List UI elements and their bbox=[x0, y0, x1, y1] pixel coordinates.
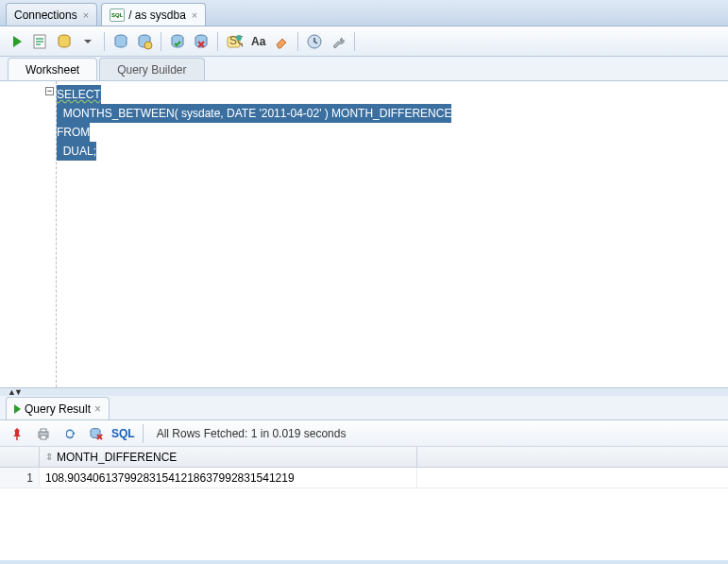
code-keyword: FROM bbox=[57, 126, 90, 139]
sort-icon: ⇕ bbox=[45, 452, 53, 462]
tab-label: Query Builder bbox=[117, 63, 186, 77]
panel-splitter[interactable]: ▲▼ bbox=[0, 388, 728, 396]
explain-plan-button[interactable] bbox=[110, 30, 132, 53]
rollback-button[interactable] bbox=[190, 30, 212, 53]
tab-label: Worksheet bbox=[25, 63, 79, 77]
table-row[interactable]: 1 108.9034061379928315412186379928315412… bbox=[0, 468, 728, 488]
result-toolbar: SQL All Rows Fetched: 1 in 0.019 seconds bbox=[0, 420, 728, 447]
svg-point-9 bbox=[236, 35, 242, 41]
autotrace-button[interactable] bbox=[53, 30, 76, 53]
chevron-down-icon bbox=[84, 38, 92, 45]
code-keyword: SELECT bbox=[57, 88, 101, 101]
code-text: MONTHS_BETWEEN( sysdate, DATE '2011-04-0… bbox=[57, 107, 451, 120]
tab-query-builder[interactable]: Query Builder bbox=[99, 58, 204, 80]
db-trace-icon bbox=[56, 33, 73, 50]
result-tabs-bar: Query Result × bbox=[0, 396, 728, 420]
unshared-worksheet-button[interactable]: SQL bbox=[223, 30, 245, 53]
sql-editor[interactable]: − SELECT MONTHS_BETWEEN( sysdate, DATE '… bbox=[0, 81, 728, 388]
refresh-icon bbox=[62, 426, 77, 441]
row-number: 1 bbox=[0, 468, 40, 487]
toolbar-separator bbox=[217, 32, 218, 51]
column-name: MONTH_DIFFERENCE bbox=[57, 451, 177, 464]
run-script-button[interactable] bbox=[29, 30, 52, 53]
column-header[interactable]: ⇕ MONTH_DIFFERENCE bbox=[40, 447, 417, 467]
worksheet-tabs: Worksheet Query Builder bbox=[0, 57, 728, 81]
play-icon bbox=[13, 36, 22, 47]
db-auto-icon bbox=[136, 33, 153, 50]
script-icon bbox=[32, 33, 49, 50]
svg-text:Aa: Aa bbox=[251, 35, 266, 48]
tab-label: / as sysdba bbox=[128, 9, 186, 22]
main-toolbar: SQL Aa bbox=[0, 26, 728, 57]
clear-button[interactable] bbox=[270, 30, 293, 53]
autotrace-db-button[interactable] bbox=[133, 30, 156, 53]
tab-label: Connections bbox=[14, 9, 77, 22]
toolbar-separator bbox=[161, 32, 161, 51]
cancel-button[interactable] bbox=[85, 422, 108, 445]
wrench-icon bbox=[330, 33, 347, 50]
sql-new-icon: SQL bbox=[226, 33, 243, 50]
editor-gutter: − bbox=[0, 81, 57, 387]
tab-worksheet[interactable]: Worksheet bbox=[8, 58, 97, 80]
file-tabs-bar: Connections × SQL / as sysdba × bbox=[0, 0, 728, 26]
fetch-status: All Rows Fetched: 1 in 0.019 seconds bbox=[157, 427, 347, 440]
text-case-icon: Aa bbox=[249, 33, 266, 50]
eraser-icon bbox=[273, 33, 290, 50]
sql-file-icon: SQL bbox=[110, 9, 125, 22]
clock-icon bbox=[306, 33, 323, 50]
cell-value[interactable]: 108.903406137992831541218637992831541219 bbox=[40, 468, 417, 487]
db-explain-icon bbox=[112, 33, 129, 50]
tab-connections[interactable]: Connections × bbox=[6, 3, 97, 26]
toolbar-separator bbox=[297, 32, 298, 51]
to-upper-button[interactable]: Aa bbox=[246, 30, 269, 53]
db-rollback-icon bbox=[193, 33, 210, 50]
print-button[interactable] bbox=[32, 422, 55, 445]
pin-button[interactable] bbox=[6, 422, 28, 445]
svg-rect-14 bbox=[41, 436, 46, 439]
history-button[interactable] bbox=[303, 30, 326, 53]
tab-query-result[interactable]: Query Result × bbox=[6, 397, 110, 419]
db-cancel-icon bbox=[89, 426, 104, 441]
pin-icon bbox=[9, 426, 25, 441]
commit-button[interactable] bbox=[166, 30, 189, 53]
close-icon[interactable]: × bbox=[94, 402, 101, 416]
toolbar-separator bbox=[143, 424, 144, 443]
fold-toggle[interactable]: − bbox=[45, 87, 54, 95]
refresh-button[interactable] bbox=[59, 422, 81, 445]
dropdown-arrow[interactable] bbox=[76, 30, 99, 53]
close-icon[interactable]: × bbox=[83, 9, 89, 21]
db-commit-icon bbox=[169, 33, 186, 50]
code-area[interactable]: SELECT MONTHS_BETWEEN( sysdate, DATE '20… bbox=[57, 81, 728, 387]
svg-point-4 bbox=[144, 42, 152, 49]
splitter-arrows-icon: ▲▼ bbox=[8, 387, 21, 397]
svg-rect-13 bbox=[41, 429, 46, 432]
toolbar-separator bbox=[354, 32, 355, 51]
run-button[interactable] bbox=[6, 30, 28, 53]
rownum-header bbox=[0, 447, 40, 467]
tab-label: Query Result bbox=[25, 402, 91, 416]
printer-icon bbox=[36, 426, 51, 441]
sql-link[interactable]: SQL bbox=[111, 427, 135, 440]
toolbar-separator bbox=[104, 32, 105, 51]
settings-button[interactable] bbox=[327, 30, 349, 53]
grid-header: ⇕ MONTH_DIFFERENCE bbox=[0, 447, 728, 468]
tab-sysdba[interactable]: SQL / as sysdba × bbox=[101, 3, 206, 26]
code-text: DUAL; bbox=[57, 145, 96, 158]
close-icon[interactable]: × bbox=[192, 9, 197, 21]
results-grid: ⇕ MONTH_DIFFERENCE 1 108.903406137992831… bbox=[0, 447, 728, 560]
play-icon bbox=[14, 404, 21, 414]
